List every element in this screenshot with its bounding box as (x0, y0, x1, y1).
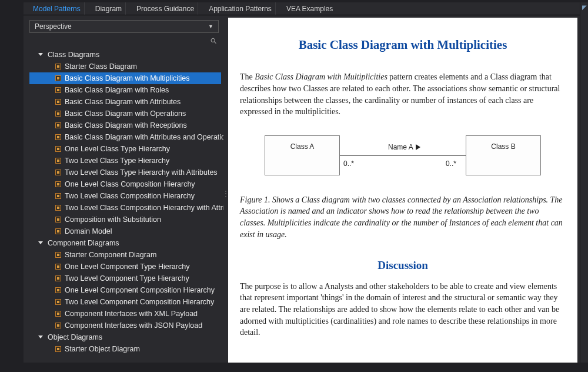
pattern-icon (55, 252, 61, 258)
search-icon[interactable]: ⚲ (208, 36, 219, 46)
tree-item[interactable]: One Level Class Type Hierarchy (29, 143, 221, 155)
pattern-tree-panel: Perspective ▼ ⚲ Class DiagramsStarter Cl… (24, 15, 223, 372)
tree-item[interactable]: Starter Object Diagram (29, 343, 221, 355)
doc-scroll[interactable]: Basic Class Diagram with Multiplicities … (228, 18, 577, 370)
tab-diagram[interactable]: Diagram (92, 2, 126, 15)
tree-item[interactable]: Two Level Class Composition Hierarchy wi… (29, 202, 221, 214)
tree-item[interactable]: Basic Class Diagram with Attributes and … (29, 131, 221, 143)
pattern-icon (55, 64, 61, 69)
doc-intro-paragraph: The Basic Class Diagram with Multiplicit… (240, 71, 566, 117)
tree-item-label: Domain Model (65, 225, 112, 237)
pattern-icon (55, 75, 61, 81)
tree-item-label: Component Interfaces with JSON Payload (65, 320, 202, 331)
tree-item-label: One Level Component Type Hierarchy (65, 261, 189, 273)
pattern-icon (55, 205, 61, 211)
tab-vea-examples[interactable]: VEA Examples (283, 2, 336, 15)
association-name: Name A (388, 142, 420, 152)
pattern-tree[interactable]: Class DiagramsStarter Class DiagramBasic… (29, 49, 223, 372)
tree-item-label: Component Interfaces with XML Payload (65, 308, 198, 320)
tab-model-patterns[interactable]: Model Patterns (29, 2, 85, 15)
tree-item-label: Basic Class Diagram with Roles (65, 84, 169, 96)
tree-group-label: Component Diagrams (48, 237, 119, 249)
tree-item[interactable]: Two Level Class Type Hierarchy with Attr… (29, 167, 221, 178)
tree-item-label: Basic Class Diagram with Operations (65, 108, 186, 119)
tree-item-label: Starter Object Diagram (65, 343, 140, 355)
pattern-icon (55, 87, 61, 93)
association-line (340, 155, 466, 156)
pattern-icon (55, 275, 61, 281)
tree-item[interactable]: Two Level Component Type Hierarchy (29, 273, 221, 284)
tree-item[interactable]: Basic Class Diagram with Operations (29, 108, 221, 119)
tree-group-component-diagrams[interactable]: Component Diagrams (29, 237, 221, 249)
splitter[interactable] (223, 15, 228, 372)
caret-icon (38, 241, 43, 244)
tree-item-label: One Level Class Type Hierarchy (65, 143, 170, 155)
pattern-icon (55, 346, 61, 352)
autohide-tab-icon[interactable]: ◤ (582, 5, 587, 11)
tree-item[interactable]: Starter Component Diagram (29, 249, 221, 261)
tree-item[interactable]: One Level Component Composition Hierarch… (29, 284, 221, 296)
tree-item-label: Starter Class Diagram (65, 61, 137, 72)
classB-box: Class B (466, 135, 541, 175)
tree-item[interactable]: Component Interfaces with JSON Payload (29, 320, 221, 331)
pattern-icon (55, 228, 61, 234)
tree-item[interactable]: Basic Class Diagram with Attributes (29, 96, 221, 108)
pattern-icon (55, 193, 61, 199)
search-row: ⚲ (29, 35, 223, 49)
tree-item[interactable]: One Level Class Composition Hierarchy (29, 178, 221, 190)
tree-group-object-diagrams[interactable]: Object Diagrams (29, 331, 221, 343)
tree-item[interactable]: Two Level Class Composition Hierarchy (29, 190, 221, 202)
pattern-icon (55, 111, 61, 117)
tree-item-label: Basic Class Diagram with Attributes and … (65, 131, 223, 143)
caret-icon (38, 53, 43, 56)
tree-item[interactable]: Composition with Substitution (29, 214, 221, 225)
tree-item-label: One Level Component Composition Hierarch… (65, 284, 215, 296)
tree-item[interactable]: Basic Class Diagram with Roles (29, 84, 221, 96)
pattern-icon (55, 264, 61, 270)
tree-group-label: Class Diagrams (48, 49, 99, 61)
tree-item[interactable]: Basic Class Diagram with Multiplicities (29, 72, 221, 84)
perspective-combo-label: Perspective (35, 22, 72, 31)
pattern-icon (55, 146, 61, 152)
tree-item-label: Basic Class Diagram with Multiplicities (65, 72, 190, 84)
tab-application-patterns[interactable]: Application Patterns (205, 2, 276, 15)
tree-item-label: Basic Class Diagram with Attributes (65, 96, 181, 108)
tree-item[interactable]: Basic Class Diagram with Receptions (29, 119, 221, 131)
classA-box: Class A (265, 135, 340, 175)
tree-group-class-diagrams[interactable]: Class Diagrams (29, 49, 221, 61)
perspective-combo[interactable]: Perspective ▼ (29, 20, 219, 33)
pattern-icon (55, 217, 61, 222)
multiplicity-B: 0..* (446, 159, 456, 169)
pattern-icon (55, 299, 61, 305)
tree-item-label: Two Level Class Type Hierarchy with Attr… (65, 167, 218, 178)
tree-item[interactable]: One Level Component Type Hierarchy (29, 261, 221, 273)
tree-item[interactable]: Two Level Component Composition Hierarch… (29, 296, 221, 308)
tree-item-label: One Level Class Composition Hierarchy (65, 178, 195, 190)
pattern-icon (55, 323, 61, 328)
discussion-heading: Discussion (240, 258, 566, 274)
bottom-strip (24, 363, 588, 372)
tree-item-label: Two Level Class Type Hierarchy (65, 155, 169, 167)
tree-item-label: Two Level Component Type Hierarchy (65, 273, 189, 284)
tree-item-label: Two Level Class Composition Hierarchy (65, 190, 195, 202)
tree-item-label: Composition with Substitution (65, 214, 161, 225)
pattern-icon (55, 170, 61, 175)
tree-item-label: Two Level Component Composition Hierarch… (65, 296, 214, 308)
discussion-paragraph: The purpose is to allow a Analysts and o… (240, 281, 566, 338)
pattern-icon (55, 134, 61, 140)
chevron-down-icon: ▼ (208, 24, 213, 29)
tab-bar: Model PatternsDiagramProcess GuidanceApp… (24, 2, 588, 15)
pattern-icon (55, 122, 61, 128)
pattern-icon (55, 99, 61, 105)
tree-item[interactable]: Two Level Class Type Hierarchy (29, 155, 221, 167)
caret-icon (38, 336, 43, 338)
tree-item[interactable]: Component Interfaces with XML Payload (29, 308, 221, 320)
tree-item[interactable]: Domain Model (29, 225, 221, 237)
tab-process-guidance[interactable]: Process Guidance (133, 2, 198, 15)
class-diagram-figure: Class A Class B 0..* 0..* Name A (265, 135, 541, 188)
pattern-icon (55, 181, 61, 187)
doc-title: Basic Class Diagram with Multiplicities (240, 36, 566, 54)
tree-item[interactable]: Starter Class Diagram (29, 61, 221, 72)
multiplicity-A: 0..* (343, 159, 354, 169)
tree-item-label: Basic Class Diagram with Receptions (65, 119, 187, 131)
